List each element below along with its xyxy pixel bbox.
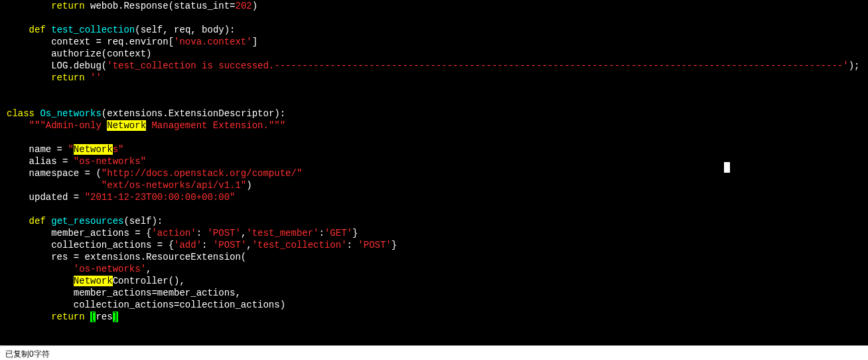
search-match: Network <box>74 144 113 155</box>
status-text: 已复制0字符 <box>5 349 50 359</box>
secondary-cursor <box>724 162 730 173</box>
cursor-bracket: ] <box>113 312 118 322</box>
search-match: Network <box>107 120 146 131</box>
code-editor[interactable]: return webob.Response(status_int=202) de… <box>0 0 868 345</box>
code-content: return webob.Response(status_int=202) de… <box>0 0 868 323</box>
search-match: Network <box>74 276 113 286</box>
status-bar: 已复制0字符 <box>0 345 868 360</box>
